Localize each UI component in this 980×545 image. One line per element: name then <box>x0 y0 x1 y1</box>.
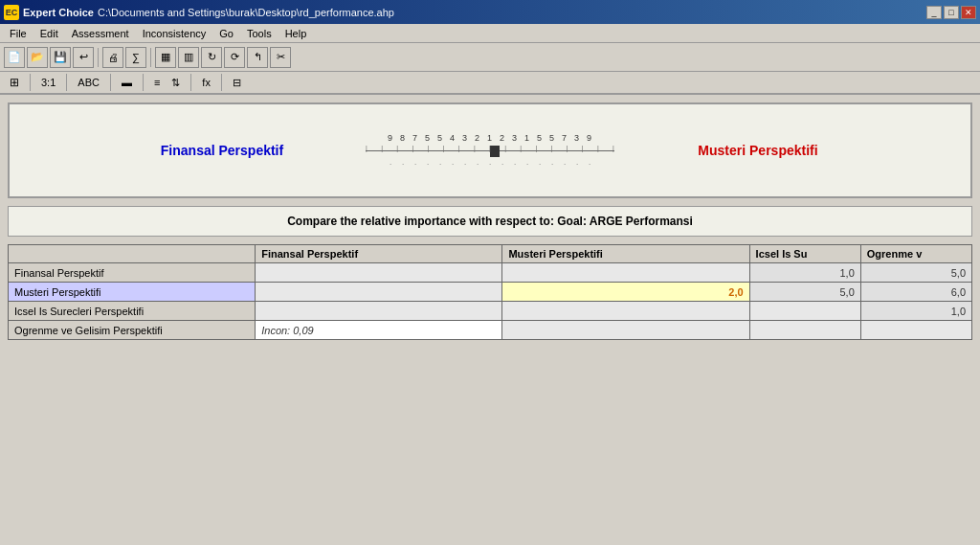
tb-btn4[interactable]: ▥ <box>178 47 199 68</box>
row-label-3: Ogrenme ve Gelisim Perspektifi <box>9 321 256 340</box>
save-button[interactable]: 💾 <box>50 47 71 68</box>
separator1 <box>98 48 99 67</box>
tb-btn3[interactable]: ▦ <box>155 47 176 68</box>
comparison-table: Finansal Perspektif Musteri Perspektifi … <box>8 244 972 340</box>
cell-3-3 <box>749 321 860 340</box>
cell-2-4: 1,0 <box>860 302 971 321</box>
print-button[interactable]: 🖨 <box>102 47 123 68</box>
sort-icon[interactable]: ⇅ <box>167 76 184 90</box>
table-row: Finansal Perspektif 1,0 5,0 <box>9 263 972 283</box>
cell-2-1 <box>256 302 502 321</box>
tb-btn7[interactable]: ↰ <box>247 47 268 68</box>
cell-1-3: 5,0 <box>749 283 860 302</box>
title-bar: EC Expert Choice C:\Documents and Settin… <box>0 0 980 24</box>
sep-t2-1 <box>30 74 31 91</box>
cell-0-3: 1,0 <box>749 263 860 283</box>
minimize-button[interactable]: _ <box>926 6 942 19</box>
tb-btn5[interactable]: ↻ <box>201 47 222 68</box>
cell-0-2 <box>502 263 749 283</box>
toolbar2: ⊞ 3:1 ABC ▬ ≡ ⇅ fx ⊟ <box>0 72 980 95</box>
table-row: Musteri Perspektifi 2,0 5,0 6,0 <box>9 283 972 302</box>
sep-t2-2 <box>66 74 67 91</box>
menu-help[interactable]: Help <box>279 26 313 41</box>
menu-file[interactable]: File <box>4 26 33 41</box>
list-icon[interactable]: ≡ <box>150 76 164 89</box>
slider-area[interactable]: 9 8 7 5 5 4 3 2 1 2 3 1 5 5 7 3 9 <box>356 133 624 169</box>
main-content: Finansal Perspektif 9 8 7 5 5 4 3 2 1 2 … <box>0 95 980 348</box>
menu-go[interactable]: Go <box>213 26 239 41</box>
table-row: Icsel Is Surecleri Perspektifi 1,0 <box>9 302 972 321</box>
instructions: Compare the relative importance with res… <box>8 206 972 237</box>
menu-inconsistency[interactable]: Inconsistency <box>137 26 212 41</box>
cell-0-1 <box>256 263 502 283</box>
open-button[interactable]: 📂 <box>27 47 48 68</box>
col-header-4: Ogrenme v <box>860 245 971 263</box>
menu-tools[interactable]: Tools <box>241 26 278 41</box>
window-controls: _ □ ✕ <box>926 6 976 19</box>
cell-2-2 <box>502 302 749 321</box>
comparison-panel: Finansal Perspektif 9 8 7 5 5 4 3 2 1 2 … <box>8 102 972 198</box>
cell-1-2: 2,0 <box>502 283 749 302</box>
scale-numbers: 9 8 7 5 5 4 3 2 1 2 3 1 5 5 7 3 9 <box>385 133 596 143</box>
row-label-0: Finansal Perspektif <box>9 263 256 283</box>
col-header-3: Icsel Is Su <box>749 245 860 263</box>
menu-assessment[interactable]: Assessment <box>66 26 135 41</box>
mode-label: ⊞ <box>10 76 19 89</box>
close-button[interactable]: ✕ <box>961 6 976 19</box>
cell-0-4: 5,0 <box>860 263 971 283</box>
sep-t2-4 <box>143 74 144 91</box>
sep-t2-5 <box>190 74 191 91</box>
title-bar-left: EC Expert Choice C:\Documents and Settin… <box>4 5 394 20</box>
ratio-display: 3:1 <box>37 76 59 89</box>
scale-dots: ················· <box>385 160 596 169</box>
bar-icon[interactable]: ▬ <box>118 76 136 89</box>
sep-t2-3 <box>110 74 111 91</box>
maximize-button[interactable]: □ <box>944 6 959 19</box>
col-header-0 <box>9 245 256 263</box>
cell-1-4: 6,0 <box>860 283 971 302</box>
row-label-1: Musteri Perspektifi <box>9 283 256 302</box>
toolbar1: 📄 📂 💾 ↩ 🖨 ∑ ▦ ▥ ↻ ⟳ ↰ ✂ <box>0 43 980 72</box>
fx-display: fx <box>198 76 214 89</box>
col-header-1: Finansal Perspektif <box>256 245 502 263</box>
tb-btn6[interactable]: ⟳ <box>224 47 245 68</box>
left-label: Finansal Perspektif <box>88 143 356 158</box>
tb-btn8[interactable]: ✂ <box>270 47 291 68</box>
cell-3-2 <box>502 321 749 340</box>
cell-1-1 <box>256 283 502 302</box>
file-path: C:\Documents and Settings\burak\Desktop\… <box>98 7 394 18</box>
new-button[interactable]: 📄 <box>4 47 25 68</box>
cell-3-4 <box>860 321 971 340</box>
right-label: Musteri Perspektifi <box>624 143 892 158</box>
table-row: Ogrenme ve Gelisim Perspektifi Incon: 0,… <box>9 321 972 340</box>
cell-2-3 <box>749 302 860 321</box>
menu-bar: File Edit Assessment Inconsistency Go To… <box>0 24 980 43</box>
mode-icon[interactable]: ⊞ <box>6 75 23 90</box>
undo-button[interactable]: ↩ <box>73 47 94 68</box>
sep-t2-6 <box>221 74 222 91</box>
row-label-2: Icsel Is Surecleri Perspektifi <box>9 302 256 321</box>
app-icon: EC <box>4 5 19 20</box>
calc-button[interactable]: ∑ <box>125 47 146 68</box>
separator2 <box>150 48 151 67</box>
abc-display: ABC <box>74 76 103 89</box>
cell-3-1: Incon: 0,09 <box>256 321 502 340</box>
col-header-2: Musteri Perspektifi <box>502 245 749 263</box>
grid-icon[interactable]: ⊟ <box>229 76 245 90</box>
slider-track[interactable]: ||||||||||||||||| <box>366 145 614 158</box>
app-title: Expert Choice <box>23 7 94 18</box>
menu-edit[interactable]: Edit <box>34 26 64 41</box>
